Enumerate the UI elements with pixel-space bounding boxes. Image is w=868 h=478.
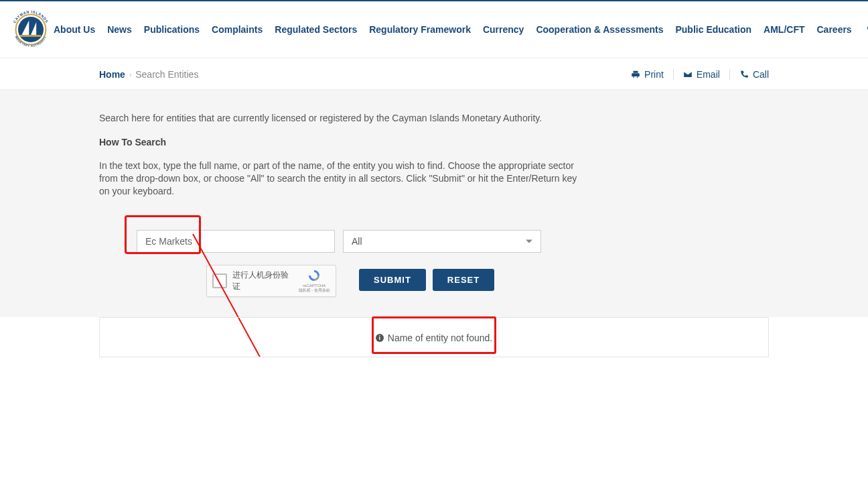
- info-icon: i: [376, 334, 384, 342]
- email-label: Email: [697, 69, 720, 80]
- intro-text: Search here for entities that are curren…: [99, 113, 769, 123]
- nav-regulated-sectors[interactable]: Regulated Sectors: [275, 24, 357, 35]
- recaptcha[interactable]: 进行人机身份验证 reCAPTCHA 隐私权 - 使用条款: [206, 265, 336, 297]
- nav-public-education[interactable]: Public Education: [675, 24, 751, 35]
- page-bar: Home › Search Entities Print Email Call: [99, 58, 769, 89]
- submit-button[interactable]: SUBMIT: [359, 269, 426, 291]
- recaptcha-brand: reCAPTCHA: [299, 284, 330, 288]
- search-button[interactable]: [864, 21, 868, 38]
- page-actions: Print Email Call: [631, 69, 769, 80]
- breadcrumb: Home › Search Entities: [99, 69, 198, 80]
- logo-icon: CAYMAN ISLANDS MONETARY AUTHORITY: [8, 7, 54, 52]
- call-action[interactable]: Call: [739, 69, 769, 80]
- result-area: i Name of entity not found.: [0, 317, 868, 357]
- main-content: Search here for entities that are curren…: [99, 90, 769, 317]
- recaptcha-checkbox[interactable]: [212, 274, 227, 288]
- print-action[interactable]: Print: [631, 69, 664, 80]
- phone-icon: [739, 70, 749, 79]
- nav-regulatory-framework[interactable]: Regulatory Framework: [369, 24, 471, 35]
- entity-name-input[interactable]: [137, 230, 335, 253]
- logo[interactable]: CAYMAN ISLANDS MONETARY AUTHORITY: [8, 7, 54, 52]
- svg-point-1: [18, 17, 44, 42]
- howto-text: In the text box, type the full name, or …: [99, 160, 581, 198]
- main-area: Search here for entities that are curren…: [0, 89, 868, 317]
- recaptcha-label: 进行人机身份验证: [232, 270, 293, 292]
- nav-currency[interactable]: Currency: [483, 24, 524, 35]
- recaptcha-terms: 隐私权 - 使用条款: [299, 288, 330, 293]
- reset-button[interactable]: RESET: [433, 269, 494, 291]
- email-icon: [683, 70, 693, 79]
- recaptcha-logo: reCAPTCHA 隐私权 - 使用条款: [299, 269, 330, 293]
- search-form-row: All: [137, 230, 769, 253]
- sector-select-value: All: [352, 236, 362, 247]
- nav-cooperation-assessments[interactable]: Cooperation & Assessments: [536, 24, 663, 35]
- caret-down-icon: [526, 239, 532, 243]
- nav-publications[interactable]: Publications: [144, 24, 200, 35]
- search-form-row2: 进行人机身份验证 reCAPTCHA 隐私权 - 使用条款 SUBMIT RES…: [206, 265, 769, 297]
- separator: [673, 69, 674, 80]
- nav: About Us News Publications Complaints Re…: [54, 18, 868, 41]
- header: CAYMAN ISLANDS MONETARY AUTHORITY About …: [0, 1, 868, 58]
- howto-title: How To Search: [99, 137, 769, 147]
- email-action[interactable]: Email: [683, 69, 720, 80]
- call-label: Call: [753, 69, 769, 80]
- print-label: Print: [644, 69, 664, 80]
- print-icon: [631, 70, 640, 79]
- result-box: i Name of entity not found.: [99, 317, 769, 357]
- nav-about-us[interactable]: About Us: [54, 24, 95, 35]
- nav-news[interactable]: News: [107, 24, 132, 35]
- nav-aml-cft[interactable]: AML/CFT: [764, 24, 804, 35]
- chevron-right-icon: ›: [129, 71, 131, 78]
- breadcrumb-home[interactable]: Home: [99, 69, 125, 80]
- svg-rect-2: [20, 35, 41, 37]
- result-message: Name of entity not found.: [388, 333, 492, 343]
- recaptcha-icon: [307, 269, 321, 282]
- breadcrumb-current: Search Entities: [135, 69, 198, 80]
- entity-input-wrap: [137, 230, 335, 253]
- nav-complaints[interactable]: Complaints: [212, 24, 263, 35]
- nav-careers[interactable]: Careers: [817, 24, 852, 35]
- sector-select[interactable]: All: [343, 230, 541, 253]
- separator: [729, 69, 730, 80]
- form-buttons: SUBMIT RESET: [359, 269, 494, 291]
